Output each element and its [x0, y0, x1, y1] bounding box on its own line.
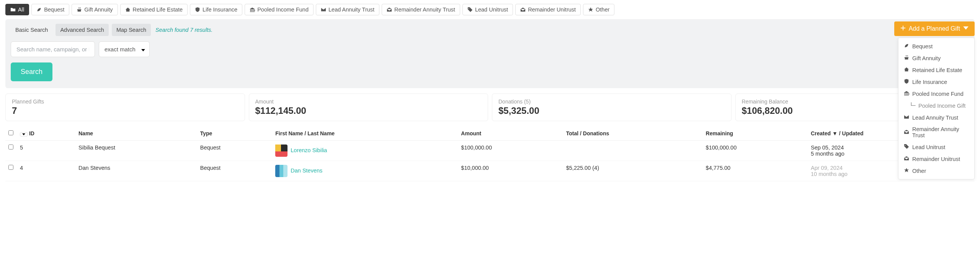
bank-icon — [904, 90, 909, 97]
col-amount[interactable]: Amount — [458, 126, 563, 141]
tab-advanced-search[interactable]: Advanced Search — [56, 24, 108, 36]
cell-total — [563, 141, 703, 161]
select-all-checkbox[interactable] — [8, 130, 13, 135]
filter-lead-annuity[interactable]: Lead Annuity Trust — [316, 4, 379, 15]
stat-planned-gifts: Planned Gifts 7 — [5, 94, 245, 121]
cell-amount: $100,000.00 — [458, 141, 563, 161]
filter-retained[interactable]: Retained Life Estate — [120, 4, 188, 15]
filter-life-insurance[interactable]: Life Insurance — [190, 4, 242, 15]
filter-label: Life Insurance — [203, 7, 237, 13]
search-button[interactable]: Search — [11, 62, 52, 81]
add-planned-gift-button[interactable]: Add a Planned Gift — [894, 21, 975, 36]
row-checkbox[interactable] — [8, 165, 13, 170]
filter-pills: All Bequest Gift Annuity Retained Life E… — [2, 0, 978, 18]
filter-label: Bequest — [44, 7, 64, 13]
row-checkbox[interactable] — [8, 145, 13, 149]
stat-label: Amount — [255, 99, 482, 105]
table-row: 5 Sibilia Bequest Bequest Lorenzo Sibili… — [5, 141, 975, 161]
results-text: Search found 7 results. — [155, 27, 212, 33]
stat-amount: Amount $112,145.00 — [249, 94, 488, 121]
leaf-icon — [904, 43, 909, 49]
filter-label: Lead Annuity Trust — [328, 7, 374, 13]
filter-remainder-unitrust[interactable]: Remainder Unitrust — [515, 4, 581, 15]
filter-gift-annuity[interactable]: Gift Annuity — [72, 4, 118, 15]
filter-remainder-annuity[interactable]: Remainder Annuity Trust — [382, 4, 460, 15]
add-button-label: Add a Planned Gift — [909, 25, 960, 32]
col-id[interactable]: ID — [29, 130, 34, 136]
filter-label: All — [18, 7, 24, 13]
match-mode-select[interactable]: exact match — [99, 41, 150, 57]
envelope-open-icon — [904, 129, 909, 136]
stats-row: Planned Gifts 7 Amount $112,145.00 Donat… — [2, 88, 978, 126]
cell-id: 5 — [17, 141, 75, 161]
person-link[interactable]: Lorenzo Sibilia — [291, 147, 327, 153]
star-icon — [904, 168, 909, 174]
dd-remainder-unitrust[interactable]: Remainder Unitrust — [898, 153, 974, 165]
sort-toggle[interactable] — [20, 132, 28, 136]
filter-label: Remainder Unitrust — [528, 7, 576, 13]
filter-label: Lead Unitrust — [475, 7, 508, 13]
filter-label: Other — [596, 7, 609, 13]
leaf-icon — [36, 7, 42, 12]
dd-gift-annuity[interactable]: Gift Annuity — [898, 52, 974, 64]
dd-lead-unitrust[interactable]: Lead Unitrust — [898, 141, 974, 153]
stat-value: $112,145.00 — [255, 105, 482, 116]
tab-basic-search[interactable]: Basic Search — [11, 24, 52, 36]
col-person[interactable]: First Name / Last Name — [272, 126, 458, 141]
col-type[interactable]: Type — [197, 126, 273, 141]
gifts-table: ID Name Type First Name / Last Name Amou… — [5, 126, 975, 181]
dd-retained[interactable]: Retained Life Estate — [898, 64, 974, 76]
dd-pooled[interactable]: Pooled Income Fund — [898, 88, 974, 100]
envelope-closed-icon — [904, 114, 909, 121]
stat-label: Donations (5) — [498, 99, 725, 105]
search-input[interactable] — [11, 41, 95, 57]
col-total[interactable]: Total / Donations — [563, 126, 703, 141]
shield-icon — [195, 7, 200, 12]
sub-icon — [911, 102, 916, 109]
filter-label: Remainder Annuity Trust — [394, 7, 455, 13]
tag-icon — [467, 7, 473, 12]
folder-icon — [10, 7, 16, 12]
tab-map-search[interactable]: Map Search — [112, 24, 151, 36]
col-name[interactable]: Name — [75, 126, 197, 141]
dd-other[interactable]: Other — [898, 165, 974, 177]
bank-icon — [250, 7, 255, 12]
add-dropdown: Bequest Gift Annuity Retained Life Estat… — [898, 38, 975, 179]
gift-icon — [904, 55, 909, 61]
cell-name: Sibilia Bequest — [75, 141, 197, 161]
filter-bequest[interactable]: Bequest — [31, 4, 69, 15]
filter-all[interactable]: All — [5, 4, 29, 15]
cell-name: Dan Stevens — [75, 161, 197, 181]
gift-icon — [77, 7, 82, 12]
filter-pooled[interactable]: Pooled Income Fund — [245, 4, 314, 15]
stat-value: $5,325.00 — [498, 105, 725, 116]
person-link[interactable]: Dan Stevens — [291, 168, 322, 174]
star-icon — [588, 7, 593, 12]
cell-remaining: $4,775.00 — [703, 161, 808, 181]
envelope-open-icon — [904, 156, 909, 162]
dd-lead-annuity[interactable]: Lead Annuity Trust — [898, 112, 974, 123]
dd-bequest[interactable]: Bequest — [898, 40, 974, 52]
shield-icon — [904, 79, 909, 85]
cell-amount: $10,000.00 — [458, 161, 563, 181]
cell-type: Bequest — [197, 141, 273, 161]
dd-remainder-annuity[interactable]: Remainder Annuity Trust — [898, 123, 974, 141]
cell-total: $5,225.00 (4) — [563, 161, 703, 181]
envelope-open-icon — [520, 7, 526, 12]
col-remaining[interactable]: Remaining — [703, 126, 808, 141]
filter-label: Gift Annuity — [84, 7, 113, 13]
caret-down-icon — [963, 25, 969, 32]
dd-life-insurance[interactable]: Life Insurance — [898, 76, 974, 88]
envelope-open-icon — [387, 7, 392, 12]
tag-icon — [904, 144, 909, 150]
cell-remaining: $100,000.00 — [703, 141, 808, 161]
filter-label: Pooled Income Fund — [257, 7, 309, 13]
filter-other[interactable]: Other — [583, 4, 614, 15]
home-icon — [904, 67, 909, 73]
dd-pooled-sub[interactable]: Pooled Income Gift — [898, 100, 974, 112]
filter-lead-unitrust[interactable]: Lead Unitrust — [462, 4, 513, 15]
stat-label: Planned Gifts — [12, 99, 238, 105]
stat-donations: Donations (5) $5,325.00 — [492, 94, 732, 121]
avatar — [275, 165, 287, 177]
envelope-closed-icon — [321, 7, 326, 12]
